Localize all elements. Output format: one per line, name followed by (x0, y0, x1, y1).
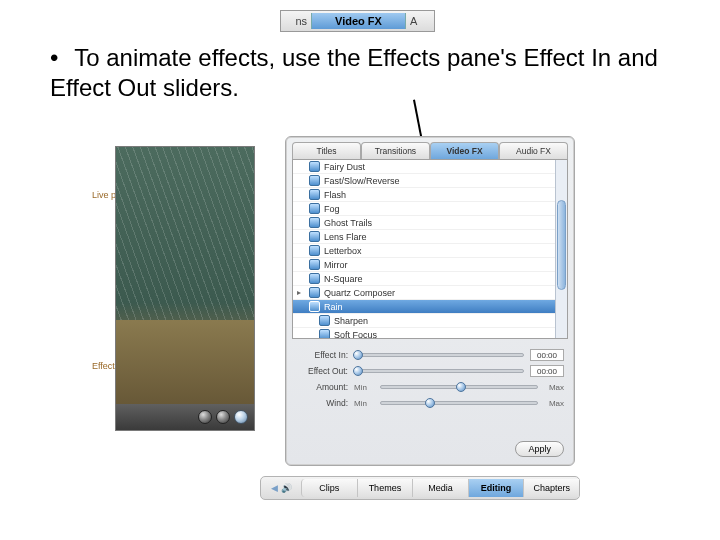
slider-knob[interactable] (456, 382, 466, 392)
effect-label: Ghost Trails (324, 218, 372, 228)
bottom-tabstrip: ◀ 🔊 ClipsThemesMediaEditingChapters (260, 476, 580, 500)
panel-tab-transitions[interactable]: Transitions (361, 142, 430, 159)
instruction-text: To animate effects, use the Effects pane… (50, 44, 658, 101)
effect-row[interactable]: ▸Quartz Composer (293, 286, 567, 300)
effect-row[interactable]: Fairy Dust (293, 160, 567, 174)
header-tabstrip-fragment: ns Video FX A (280, 10, 435, 32)
effect-label: Fast/Slow/Reverse (324, 176, 400, 186)
effect-label: N-Square (324, 274, 363, 284)
effect-label: Fairy Dust (324, 162, 365, 172)
bottom-tab-themes[interactable]: Themes (357, 479, 413, 497)
preview-pane (115, 146, 255, 431)
amount-slider[interactable] (380, 385, 538, 389)
effect-row[interactable]: Letterbox (293, 244, 567, 258)
accept-icon[interactable] (234, 410, 248, 424)
scrollbar[interactable] (555, 160, 567, 338)
volume-control[interactable]: ◀ 🔊 (261, 483, 301, 493)
effect-out-row: Effect Out: 00:00 (296, 363, 564, 379)
effect-label: Mirror (324, 260, 348, 270)
amount-row: Amount: Min Max (296, 379, 564, 395)
preview-control-icon[interactable] (198, 410, 212, 424)
effect-icon (319, 329, 330, 339)
bottom-tab-clips[interactable]: Clips (301, 479, 357, 497)
effect-row[interactable]: Fast/Slow/Reverse (293, 174, 567, 188)
chevron-left-icon[interactable]: ◀ (271, 483, 278, 493)
slider-knob[interactable] (425, 398, 435, 408)
instruction-bullet: • To animate effects, use the Effects pa… (50, 43, 660, 103)
effect-label: Lens Flare (324, 232, 367, 242)
effect-row[interactable]: N-Square (293, 272, 567, 286)
effect-label: Sharpen (334, 316, 368, 326)
effect-label: Rain (324, 302, 343, 312)
effects-panel: TitlesTransitionsVideo FXAudio FX Fairy … (285, 136, 575, 466)
tab-video-fx[interactable]: Video FX (311, 13, 406, 29)
effect-row[interactable]: Flash (293, 188, 567, 202)
wind-row: Wind: Min Max (296, 395, 564, 411)
effect-label: Fog (324, 204, 340, 214)
effects-list[interactable]: Fairy DustFast/Slow/ReverseFlashFogGhost… (292, 159, 568, 339)
slider-knob[interactable] (353, 366, 363, 376)
effect-label: Flash (324, 190, 346, 200)
panel-tabs: TitlesTransitionsVideo FXAudio FX (286, 137, 574, 159)
effect-icon (309, 203, 320, 214)
effect-row[interactable]: Lens Flare (293, 230, 567, 244)
panel-tab-titles[interactable]: Titles (292, 142, 361, 159)
effect-icon (309, 259, 320, 270)
effect-label: Letterbox (324, 246, 362, 256)
effect-in-label: Effect In: (296, 350, 348, 360)
effect-label: Soft Focus (334, 330, 377, 340)
effect-icon (309, 245, 320, 256)
speaker-icon: 🔊 (281, 483, 292, 493)
effect-in-slider[interactable] (354, 353, 524, 357)
effect-row[interactable]: Fog (293, 202, 567, 216)
bottom-tab-chapters[interactable]: Chapters (523, 479, 579, 497)
panel-tab-audio-fx[interactable]: Audio FX (499, 142, 568, 159)
scrollbar-thumb[interactable] (557, 200, 566, 290)
effect-icon (309, 161, 320, 172)
effect-row[interactable]: Sharpen (293, 314, 567, 328)
slider-knob[interactable] (353, 350, 363, 360)
effect-out-label: Effect Out: (296, 366, 348, 376)
effect-in-row: Effect In: 00:00 (296, 347, 564, 363)
effect-out-value[interactable]: 00:00 (530, 365, 564, 377)
effect-icon (309, 189, 320, 200)
effect-row[interactable]: Ghost Trails (293, 216, 567, 230)
wind-label: Wind: (296, 398, 348, 408)
effect-row[interactable]: Mirror (293, 258, 567, 272)
effect-row[interactable]: Rain (293, 300, 567, 314)
effect-icon (309, 175, 320, 186)
preview-footer (116, 404, 254, 430)
wind-slider[interactable] (380, 401, 538, 405)
disclosure-triangle-icon[interactable]: ▸ (297, 288, 305, 297)
slider-group: Effect In: 00:00 Effect Out: 00:00 Amoun… (296, 347, 564, 411)
close-icon[interactable] (216, 410, 230, 424)
panel-tab-video-fx[interactable]: Video FX (430, 142, 499, 159)
effect-icon (309, 287, 320, 298)
figure: Live preview Effect-specific sliders Tit… (110, 128, 590, 510)
tab-fragment-right: A (406, 15, 434, 27)
bullet-dot: • (50, 43, 68, 73)
bottom-tab-editing[interactable]: Editing (468, 479, 524, 497)
effect-row[interactable]: Soft Focus (293, 328, 567, 339)
effect-label: Quartz Composer (324, 288, 395, 298)
apply-button[interactable]: Apply (515, 441, 564, 457)
bottom-tab-media[interactable]: Media (412, 479, 468, 497)
effect-icon (309, 217, 320, 228)
effect-icon (309, 301, 320, 312)
tab-fragment-left: ns (281, 15, 311, 27)
effect-in-value[interactable]: 00:00 (530, 349, 564, 361)
effect-icon (319, 315, 330, 326)
effect-out-slider[interactable] (354, 369, 524, 373)
amount-label: Amount: (296, 382, 348, 392)
effect-icon (309, 231, 320, 242)
effect-icon (309, 273, 320, 284)
